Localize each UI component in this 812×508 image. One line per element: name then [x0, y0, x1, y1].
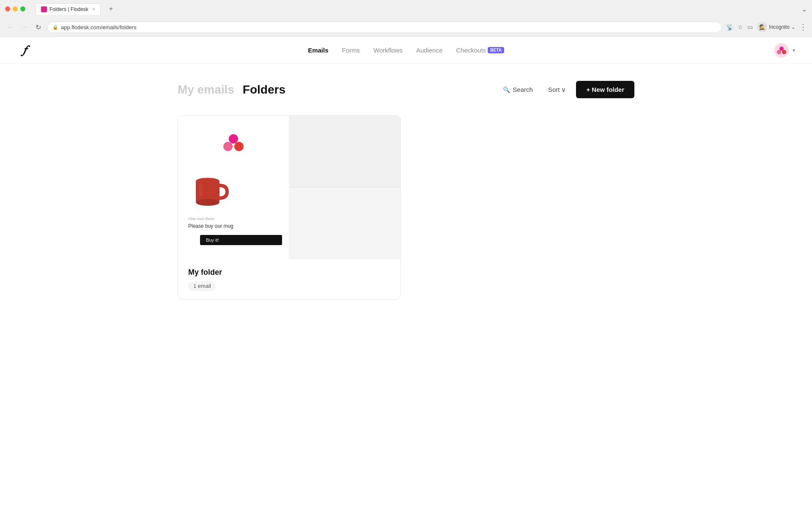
- incognito-label: Incognito: [769, 24, 790, 30]
- new-folder-button[interactable]: + New folder: [576, 81, 634, 98]
- incognito-dropdown-icon[interactable]: ⌄: [791, 25, 795, 30]
- nav-workflows[interactable]: Workflows: [373, 47, 403, 54]
- svg-rect-3: [199, 184, 203, 196]
- browser-more-button[interactable]: ⋮: [799, 22, 807, 32]
- preview-right-panel: [289, 116, 401, 260]
- logo-dot-bottom-left: [223, 142, 233, 151]
- mug-image: [192, 172, 230, 210]
- back-button[interactable]: ←: [5, 22, 15, 32]
- browser-minimize-dot[interactable]: [13, 6, 18, 11]
- sidebar-icon[interactable]: ▭: [747, 24, 753, 30]
- page-header: My emails Folders 🔍 Search Sort ∨ + New …: [178, 81, 634, 98]
- cast-icon[interactable]: 📡: [726, 24, 733, 30]
- sort-arrow-icon: ∨: [561, 86, 566, 94]
- page-actions: 🔍 Search Sort ∨ + New folder: [498, 81, 634, 98]
- tab-close-button[interactable]: ×: [93, 7, 95, 11]
- search-icon: 🔍: [503, 86, 510, 93]
- logo-dot-bottom-right: [234, 142, 244, 151]
- folder-preview: One two three Please buy our mug Buy it!: [178, 116, 401, 260]
- incognito-badge[interactable]: 🕵 Incognito ⌄: [757, 22, 795, 32]
- tab-title: Folders | Flodesk: [49, 6, 88, 12]
- my-emails-link[interactable]: My emails: [178, 83, 234, 97]
- address-bar-url[interactable]: app.flodesk.com/emails/folders: [61, 24, 136, 30]
- avatar-dot-bl: [777, 50, 781, 54]
- nav-links: Emails Forms Workflows Audience Checkout…: [308, 47, 504, 54]
- beta-badge: BETA: [488, 47, 504, 53]
- browser-maximize-dot[interactable]: [20, 6, 25, 11]
- app-logo[interactable]: 𝑓: [17, 43, 32, 58]
- nav-emails[interactable]: Emails: [308, 47, 328, 54]
- folder-name: My folder: [188, 268, 390, 277]
- nav-forms[interactable]: Forms: [342, 47, 360, 54]
- browser-tab[interactable]: Folders | Flodesk ×: [36, 3, 101, 15]
- forward-button[interactable]: →: [19, 22, 30, 32]
- preview-handwritten-text: One two three: [188, 216, 279, 221]
- folders-grid: One two three Please buy our mug Buy it!: [178, 115, 634, 300]
- folder-info: My folder 1 email: [178, 260, 401, 299]
- top-navigation: 𝑓 Emails Forms Workflows Audience Checko…: [0, 37, 812, 64]
- svg-point-2: [196, 199, 219, 206]
- preview-placeholder-bottom: [289, 188, 401, 260]
- user-avatar[interactable]: [774, 43, 789, 58]
- preview-left-panel: One two three Please buy our mug Buy it!: [178, 116, 289, 260]
- tab-favicon: [41, 6, 47, 12]
- preview-body-text: Please buy our mug: [188, 223, 279, 230]
- nav-right-area: ▾: [774, 43, 795, 58]
- folder-card[interactable]: One two three Please buy our mug Buy it!: [178, 115, 401, 300]
- folder-email-count: 1 email: [188, 281, 216, 291]
- new-tab-button[interactable]: +: [106, 3, 116, 14]
- nav-audience[interactable]: Audience: [416, 47, 443, 54]
- refresh-button[interactable]: ↻: [34, 22, 43, 32]
- preview-logo-dots: [223, 134, 244, 151]
- sort-label: Sort: [548, 86, 560, 93]
- sort-button[interactable]: Sort ∨: [543, 83, 571, 97]
- preview-text-block: One two three Please buy our mug: [185, 216, 282, 230]
- ssl-lock-icon: 🔒: [52, 25, 58, 30]
- bookmark-icon[interactable]: ☆: [738, 24, 743, 30]
- search-button[interactable]: 🔍 Search: [498, 83, 538, 97]
- browser-expand-icon[interactable]: ⌄: [801, 6, 807, 13]
- page-title: Folders: [243, 83, 285, 97]
- search-label: Search: [513, 86, 533, 93]
- nav-checkouts[interactable]: Checkouts: [456, 47, 486, 54]
- page-title-area: My emails Folders: [178, 83, 285, 97]
- logo-text: 𝑓: [23, 43, 26, 57]
- preview-buy-button: Buy it!: [200, 235, 282, 245]
- browser-close-dot[interactable]: [5, 6, 10, 11]
- avatar-dot-br: [782, 50, 786, 54]
- preview-placeholder-top: [289, 116, 401, 188]
- avatar-dropdown-icon[interactable]: ▾: [793, 47, 795, 53]
- incognito-avatar: 🕵: [757, 22, 767, 32]
- nav-checkouts-wrapper: Checkouts BETA: [456, 47, 504, 54]
